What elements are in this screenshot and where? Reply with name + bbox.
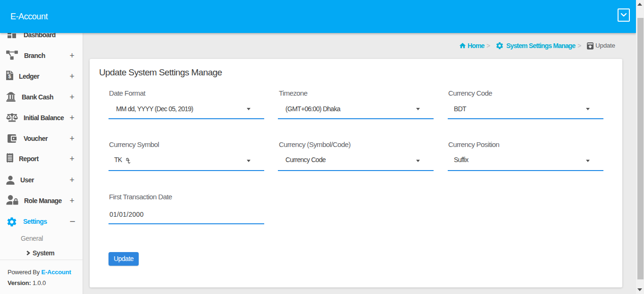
svg-text:$: $ <box>8 74 11 79</box>
